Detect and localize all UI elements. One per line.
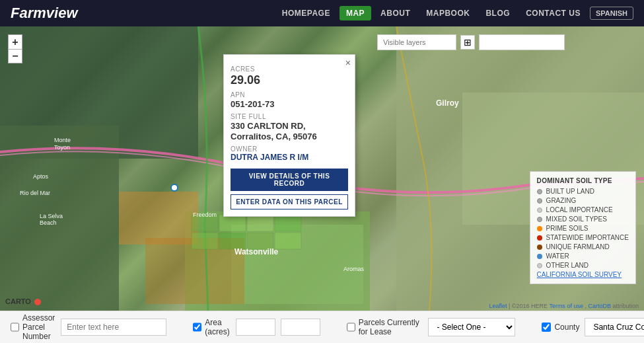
legend-dot-built-up xyxy=(537,189,542,194)
parcels-checkbox-wrap: Parcels Currently for Lease xyxy=(347,318,423,336)
legend-item-prime-soils: PRIME SOILS xyxy=(537,225,629,232)
svg-text:Gilroy: Gilroy xyxy=(436,98,459,108)
nav-mapbook[interactable]: MAPBOOK xyxy=(419,6,476,20)
legend-dot-water xyxy=(537,254,542,259)
attribution: Leaflet | ©2016 HERE Terms of use , Cart… xyxy=(489,303,639,309)
acres-value: 29.06 xyxy=(231,73,348,87)
header: Farmview HOMEPAGE MAP ABOUT MAPBOOK BLOG… xyxy=(0,0,644,26)
assessor-filter-group: Assessor Parcel Number xyxy=(11,313,166,341)
legend-text-unique: UNIQUE FARMLAND xyxy=(546,243,610,250)
acres-label: ACRES xyxy=(231,65,348,73)
bottom-bar: Assessor Parcel Number Area (acres) 10 3… xyxy=(0,311,644,343)
nav-blog[interactable]: BLOG xyxy=(479,6,517,20)
leaflet-link[interactable]: Leaflet xyxy=(489,303,507,309)
assessor-label: Assessor Parcel Number xyxy=(22,313,55,341)
legend-text-other: OTHER LAND xyxy=(546,262,589,269)
map-marker[interactable] xyxy=(170,184,178,192)
legend-text-prime: PRIME SOILS xyxy=(546,225,589,232)
owner-label: OWNER xyxy=(231,145,348,153)
view-details-button[interactable]: VIEW DETAILS OF THIS RECORD xyxy=(231,169,348,191)
area-max-input[interactable]: 35 xyxy=(281,319,320,336)
legend-item-other: OTHER LAND xyxy=(537,262,629,269)
zoom-in-button[interactable]: + xyxy=(8,34,22,49)
svg-text:Rio del Mar: Rio del Mar xyxy=(20,190,50,196)
nav-map[interactable]: MAP xyxy=(340,6,371,20)
svg-text:Freedom: Freedom xyxy=(193,211,217,218)
carto-logo: CARTO xyxy=(5,297,41,305)
apn-value: 051-201-73 xyxy=(231,99,348,109)
svg-rect-14 xyxy=(275,215,301,231)
svg-text:Aptos: Aptos xyxy=(33,173,49,180)
area-checkbox[interactable] xyxy=(193,323,201,332)
county-filter-group: County Santa Cruz County xyxy=(542,318,644,336)
site-full-value2: Corralitos, CA, 95076 xyxy=(231,132,348,141)
assessor-checkbox-wrap: Assessor Parcel Number xyxy=(11,313,55,341)
owner-value: DUTRA JAMES R I/M xyxy=(231,153,348,162)
zoom-out-button[interactable]: − xyxy=(8,49,22,63)
popup: × ACRES 29.06 APN 051-201-73 SITE FULL 3… xyxy=(223,54,355,217)
legend: DOMINANT SOIL TYPE BUILT UP LAND GRAZING… xyxy=(530,171,636,284)
legend-item-water: WATER xyxy=(537,252,629,260)
legend-text-built-up: BUILT UP LAND xyxy=(546,188,594,195)
assessor-checkbox[interactable] xyxy=(11,323,19,332)
logo: Farmview xyxy=(11,5,78,22)
grid-icon: ⊞ xyxy=(464,37,472,48)
legend-item-unique: UNIQUE FARMLAND xyxy=(537,243,629,250)
county-checkbox-wrap: County xyxy=(542,323,579,332)
svg-rect-4 xyxy=(119,192,198,245)
legend-item-statewide: STATEWIDE IMPORTANCE xyxy=(537,234,629,241)
nav-homepage[interactable]: HOMEPAGE xyxy=(275,6,337,20)
legend-dot-mixed xyxy=(537,217,542,222)
main-nav: HOMEPAGE MAP ABOUT MAPBOOK BLOG CONTACT … xyxy=(275,6,633,20)
nav-about[interactable]: ABOUT xyxy=(374,6,417,20)
svg-text:Toyon: Toyon xyxy=(54,144,70,151)
assessor-input[interactable] xyxy=(61,319,166,336)
legend-dot-prime xyxy=(537,226,542,231)
enter-data-button[interactable]: ENTER DATA ON THIS PARCEL xyxy=(231,194,348,210)
california-soil-survey-link[interactable]: CALIFORNIA SOIL SURVEY xyxy=(537,271,622,278)
legend-text-water: WATER xyxy=(546,252,569,260)
area-min-input[interactable]: 10 xyxy=(236,319,275,336)
layers-control: ⊞ xyxy=(377,34,565,50)
legend-item-built-up: BUILT UP LAND xyxy=(537,188,629,195)
map-search-input[interactable] xyxy=(479,34,565,50)
popup-close-button[interactable]: × xyxy=(345,57,351,68)
cartodb-link[interactable]: CartoDB xyxy=(588,303,611,309)
spanish-button[interactable]: SPANISH xyxy=(590,7,633,20)
legend-dot-local xyxy=(537,208,542,213)
legend-dot-statewide xyxy=(537,235,542,241)
svg-text:Watsonville: Watsonville xyxy=(234,247,279,256)
nav-contact[interactable]: CONTACT US xyxy=(519,6,587,20)
layers-toggle-button[interactable]: ⊞ xyxy=(460,35,475,50)
apn-label: APN xyxy=(231,91,348,98)
parcels-label: Parcels Currently for Lease xyxy=(359,318,423,336)
legend-title: DOMINANT SOIL TYPE xyxy=(537,177,629,184)
area-checkbox-wrap: Area (acres) xyxy=(193,318,230,336)
site-full-value1: 330 CARLTON RD, xyxy=(231,121,348,131)
svg-rect-15 xyxy=(275,233,301,249)
legend-item-local-importance: LOCAL IMPORTANCE xyxy=(537,206,629,213)
county-select[interactable]: Santa Cruz County xyxy=(585,318,644,336)
svg-text:Beach: Beach xyxy=(40,219,57,226)
svg-text:La Selva: La Selva xyxy=(40,213,63,219)
legend-text-grazing: GRAZING xyxy=(546,197,577,204)
svg-rect-12 xyxy=(247,215,273,231)
map-container[interactable]: Gilroy Watsonville Monte Toyon Aptos Rio… xyxy=(0,26,644,311)
zoom-controls: + − xyxy=(8,34,22,63)
parcels-checkbox[interactable] xyxy=(347,323,355,332)
parcels-select[interactable]: - Select One - xyxy=(428,318,515,336)
svg-text:Aromas: Aromas xyxy=(343,266,365,272)
area-label: Area (acres) xyxy=(205,318,230,336)
svg-rect-10 xyxy=(192,233,218,249)
terms-link[interactable]: Terms of use xyxy=(549,303,583,309)
legend-item-mixed-soil: MIXED SOIL TYPES xyxy=(537,215,629,223)
county-checkbox[interactable] xyxy=(542,323,551,332)
carto-icon xyxy=(34,299,41,305)
legend-text-local: LOCAL IMPORTANCE xyxy=(546,206,613,213)
legend-dot-grazing xyxy=(537,198,542,204)
parcels-filter-group: Parcels Currently for Lease - Select One… xyxy=(347,318,516,336)
carto-text: CARTO xyxy=(5,297,31,305)
attribution-text: Leaflet | ©2016 HERE Terms of use , Cart… xyxy=(489,303,639,309)
legend-item-grazing: GRAZING xyxy=(537,197,629,204)
layers-input[interactable] xyxy=(377,34,456,50)
